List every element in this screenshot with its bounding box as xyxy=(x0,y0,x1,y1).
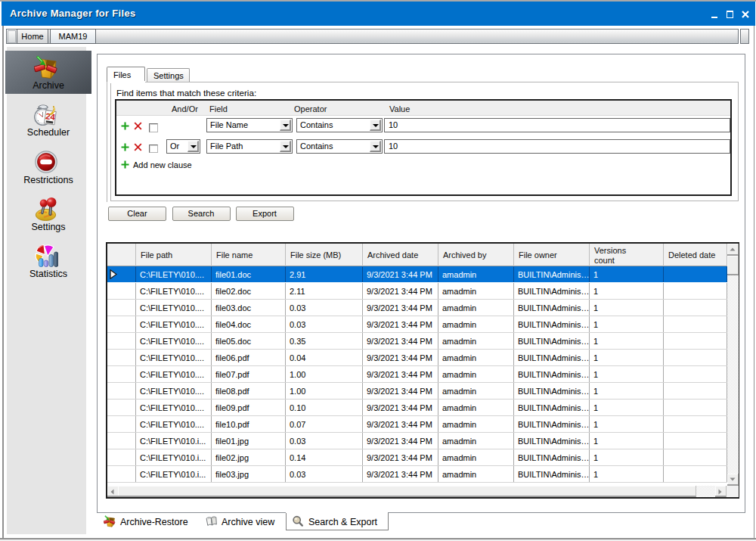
svg-text:24: 24 xyxy=(45,111,56,122)
